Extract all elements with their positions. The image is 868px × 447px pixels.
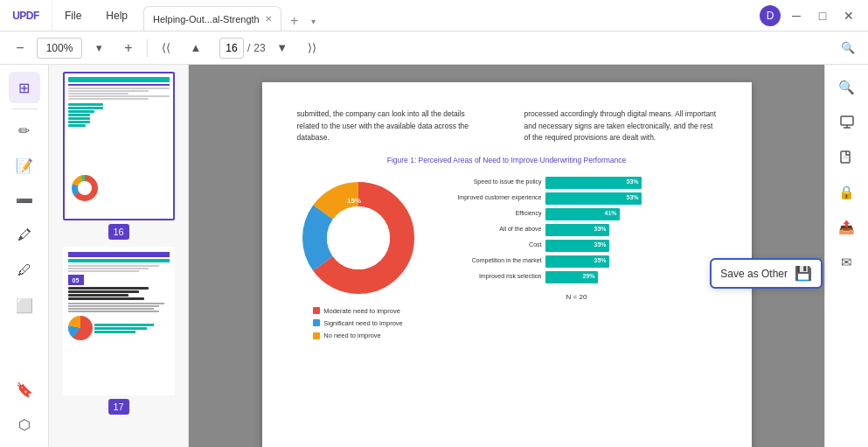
bar-value-0: 53% [626, 178, 638, 187]
sidebar-icon-pages[interactable]: ⊞ [9, 72, 40, 103]
bar-chart: Speed to issue the policy 53% Improved c… [437, 177, 717, 303]
tab-title: Helping-Out...al-Strength [153, 14, 260, 24]
pdf-text-columns: submitted, the company can look into all… [297, 108, 717, 144]
svg-rect-6 [841, 116, 853, 125]
save-as-other-tooltip[interactable]: Save as Other 💾 [710, 258, 823, 289]
first-page-btn[interactable]: ⟨⟨ [153, 36, 179, 60]
bar-label-3: All of the above [437, 225, 542, 234]
t3 [68, 93, 129, 94]
title-bar: UPDF File Help Helping-Out...al-Strength… [0, 0, 868, 31]
thumbnail-page-16[interactable]: 16 [63, 72, 175, 240]
pdf-col-left: submitted, the company can look into all… [297, 108, 490, 144]
page-separator: / [247, 42, 250, 54]
right-icon-protect[interactable]: 🔒 [831, 177, 863, 208]
prev-page-btn[interactable]: ▲ [183, 36, 209, 60]
thumb-title [68, 287, 170, 300]
last-page-btn[interactable]: ⟩⟩ [299, 36, 325, 60]
bar-track-3: 35% [545, 224, 609, 236]
thumbnail-page-17[interactable]: 05 [63, 247, 175, 415]
sidebar-icon-layers[interactable]: ⬡ [9, 409, 40, 440]
bar-label-5: Competition in the market [437, 256, 542, 266]
maximize-btn[interactable]: □ [810, 3, 835, 28]
bar-row-3: All of the above 35% [437, 224, 717, 236]
thumb-img-16 [63, 72, 175, 220]
bar-value-4: 35% [594, 241, 606, 250]
legend-color-blue [313, 319, 320, 326]
zoom-in-btn[interactable]: + [115, 36, 142, 60]
avatar[interactable]: D [760, 5, 781, 26]
current-page-input[interactable]: 16 [219, 38, 244, 59]
bar-row-6: Improved risk selection 29% [437, 271, 717, 283]
right-icon-search[interactable]: 🔍 [831, 72, 863, 103]
app-logo: UPDF [0, 0, 52, 31]
right-icon-convert[interactable] [831, 142, 863, 173]
svg-text:15%: 15% [346, 197, 360, 205]
donut-chart: 65% 20% 15% [297, 177, 420, 299]
search-btn[interactable]: 🔍 [835, 36, 861, 60]
donut-svg: 65% 20% 15% [297, 177, 420, 299]
minimize-btn[interactable]: ─ [784, 3, 809, 28]
sidebar-icon-highlight[interactable]: 🖍 [9, 220, 40, 251]
donut-section: 65% 20% 15% Moderate need to improve Sig [297, 177, 420, 341]
new-tab-btn[interactable]: + [285, 11, 304, 31]
t2 [68, 90, 149, 92]
bar-track-4: 35% [545, 240, 609, 252]
active-tab[interactable]: Helping-Out...al-Strength ✕ [143, 6, 281, 31]
close-btn[interactable]: ✕ [837, 3, 861, 28]
right-icon-email[interactable]: ✉ [831, 247, 863, 278]
legend-label-blue: Significant need to improve [323, 318, 402, 328]
thumbnail-panel: 16 05 [49, 65, 189, 447]
bar-row-2: Efficiency 41% [437, 208, 717, 220]
help-menu[interactable]: Help [94, 0, 140, 31]
bar-track-1: 53% [545, 192, 642, 205]
bar-row-0: Speed to issue the policy 53% [437, 177, 717, 189]
thumb-label-16: 16 [108, 224, 129, 240]
bar-value-2: 41% [604, 209, 616, 219]
pdf-text-left: submitted, the company can look into all… [297, 109, 469, 142]
tab-overflow-btn[interactable]: ▾ [304, 11, 323, 31]
bar-label-2: Efficiency [437, 209, 542, 219]
zoom-dropdown-btn[interactable]: ▾ [86, 36, 112, 60]
page-navigation: 16 / 23 [219, 38, 266, 59]
thumb-img-17: 05 [63, 247, 175, 395]
pdf-col-right: processed accordingly through digital me… [524, 108, 717, 144]
right-sidebar: 🔍 🔒 📤 ✉ [824, 65, 868, 447]
app-name: UPDF [12, 10, 39, 22]
sidebar-icon-rect[interactable]: ⬜ [9, 290, 40, 321]
bar-value-1: 53% [626, 193, 638, 203]
ocr-icon [839, 115, 855, 130]
legend-label-orange: No need to improve [323, 331, 380, 340]
pdf-page: submitted, the company can look into all… [262, 82, 752, 447]
file-menu[interactable]: File [52, 0, 94, 31]
bar-track-5: 35% [545, 255, 609, 268]
legend-color-orange [313, 332, 320, 339]
donut-legend: Moderate need to improve Significant nee… [313, 306, 402, 341]
next-page-btn[interactable]: ▼ [269, 36, 295, 60]
main-area: ⊞ ✏ 📝 ➖ 🖍 🖊 ⬜ 🔖 ⬡ [0, 65, 868, 447]
sidebar-icon-edit[interactable]: ✏ [9, 115, 40, 146]
sidebar-icon-shapes[interactable]: ➖ [9, 185, 40, 216]
right-icon-ocr[interactable] [831, 107, 863, 138]
zoom-value: 100% [37, 38, 82, 59]
tab-close-btn[interactable]: ✕ [265, 14, 272, 24]
bar-label-0: Speed to issue the policy [437, 178, 542, 187]
legend-label-red: Moderate need to improve [323, 306, 400, 316]
thumb-content-17: 05 [65, 248, 173, 394]
sidebar-icon-bookmark[interactable]: 🔖 [9, 374, 40, 405]
right-icon-share[interactable]: 📤 [831, 212, 863, 243]
bar-value-5: 35% [594, 256, 606, 266]
toolbar-right: 🔍 [835, 36, 861, 60]
sidebar-icon-annotate[interactable]: 📝 [9, 150, 40, 181]
legend-color-red [313, 307, 320, 314]
sidebar-icon-pen[interactable]: 🖊 [9, 255, 40, 286]
thumb-donut [72, 175, 98, 201]
bar-label-1: Improved customer experience [437, 193, 542, 203]
convert-icon [839, 150, 855, 165]
total-pages: 23 [253, 42, 265, 54]
bar-row-4: Cost 35% [437, 240, 717, 252]
zoom-out-btn[interactable]: − [7, 36, 33, 60]
sidebar-divider-1 [11, 108, 38, 109]
t1 [68, 87, 170, 89]
t5 [68, 98, 149, 100]
chart-area: 65% 20% 15% Moderate need to improve Sig [297, 177, 717, 341]
